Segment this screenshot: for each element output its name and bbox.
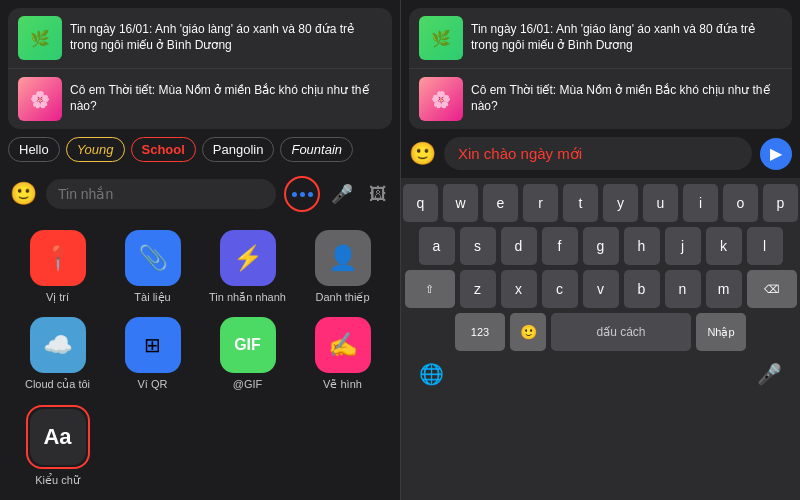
left-thumb-1: 🌿 xyxy=(18,16,62,60)
smiley-button[interactable]: 🙂 xyxy=(8,179,38,209)
key-t[interactable]: t xyxy=(563,184,598,222)
font-label: Kiểu chữ xyxy=(35,474,80,487)
aa-label: Aa xyxy=(43,424,71,450)
key-enter[interactable]: Nhập xyxy=(696,313,746,351)
send-button[interactable]: ▶ xyxy=(760,138,792,170)
draw-label: Vẽ hình xyxy=(323,378,362,391)
left-input-bar: 🙂 🎤 🖼 xyxy=(0,170,400,218)
keyboard-row-4: 123 🙂 dấu cách Nhập xyxy=(403,313,798,351)
right-thumb-1: 🌿 xyxy=(419,16,463,60)
keyboard-bottom-bar: 🌐 🎤 xyxy=(403,356,798,386)
pill-hello[interactable]: Hello xyxy=(8,137,60,162)
key-p[interactable]: p xyxy=(763,184,798,222)
left-news-item-2[interactable]: 🌸 Cô em Thời tiết: Mùa Nồm ở miền Bắc kh… xyxy=(8,69,392,129)
right-input-bar: 🙂 ▶ xyxy=(401,129,800,178)
key-a[interactable]: a xyxy=(419,227,455,265)
key-u[interactable]: u xyxy=(643,184,678,222)
app-contact[interactable]: 👤 Danh thiếp xyxy=(301,230,384,305)
app-location[interactable]: 📍 Vị trí xyxy=(16,230,99,305)
dot-1 xyxy=(292,192,297,197)
quickmsg-label: Tin nhắn nhanh xyxy=(209,291,286,304)
font-border: Aa xyxy=(26,405,90,469)
qr-icon: ⊞ xyxy=(125,317,181,373)
key-space[interactable]: dấu cách xyxy=(551,313,691,351)
pill-fountain[interactable]: Fountain xyxy=(280,137,353,162)
gif-label: @GIF xyxy=(233,378,263,390)
key-shift[interactable]: ⇧ xyxy=(405,270,455,308)
left-news-list: 🌿 Tin ngày 16/01: Anh 'giáo làng' áo xan… xyxy=(8,8,392,129)
dot-2 xyxy=(300,192,305,197)
keyboard-mic-icon[interactable]: 🎤 xyxy=(757,362,782,386)
right-smiley-button[interactable]: 🙂 xyxy=(409,141,436,167)
key-v[interactable]: v xyxy=(583,270,619,308)
right-message-input[interactable] xyxy=(444,137,752,170)
right-panel: 🌿 Tin ngày 16/01: Anh 'giáo làng' áo xan… xyxy=(400,0,800,500)
key-z[interactable]: z xyxy=(460,270,496,308)
key-e[interactable]: e xyxy=(483,184,518,222)
pill-young[interactable]: Young xyxy=(66,137,125,162)
key-s[interactable]: s xyxy=(460,227,496,265)
contact-icon: 👤 xyxy=(315,230,371,286)
key-j[interactable]: j xyxy=(665,227,701,265)
app-quickmsg[interactable]: ⚡ Tin nhắn nhanh xyxy=(206,230,289,305)
right-news-item-1[interactable]: 🌿 Tin ngày 16/01: Anh 'giáo làng' áo xan… xyxy=(409,8,792,69)
key-m[interactable]: m xyxy=(706,270,742,308)
key-l[interactable]: l xyxy=(747,227,783,265)
draw-icon: ✍️ xyxy=(315,317,371,373)
attachment-label: Tài liệu xyxy=(134,291,170,304)
pill-school[interactable]: School xyxy=(131,137,196,162)
key-o[interactable]: o xyxy=(723,184,758,222)
font-icon: Aa xyxy=(30,409,86,465)
key-q[interactable]: q xyxy=(403,184,438,222)
app-draw[interactable]: ✍️ Vẽ hình xyxy=(301,317,384,392)
qr-label: Ví QR xyxy=(138,378,168,390)
contact-label: Danh thiếp xyxy=(315,291,369,304)
font-pills-bar: Hello Young School Pangolin Fountain xyxy=(0,129,400,170)
right-news-text-1: Tin ngày 16/01: Anh 'giáo làng' áo xanh … xyxy=(471,22,782,53)
key-k[interactable]: k xyxy=(706,227,742,265)
cloud-label: Cloud của tôi xyxy=(25,378,90,391)
attachment-icon: 📎 xyxy=(125,230,181,286)
keyboard-row-3: ⇧ z x c v b n m ⌫ xyxy=(403,270,798,308)
key-d[interactable]: d xyxy=(501,227,537,265)
key-123[interactable]: 123 xyxy=(455,313,505,351)
key-w[interactable]: w xyxy=(443,184,478,222)
key-r[interactable]: r xyxy=(523,184,558,222)
gif-icon: GIF xyxy=(220,317,276,373)
key-y[interactable]: y xyxy=(603,184,638,222)
globe-icon[interactable]: 🌐 xyxy=(419,362,444,386)
app-qr[interactable]: ⊞ Ví QR xyxy=(111,317,194,392)
key-c[interactable]: c xyxy=(542,270,578,308)
dot-3 xyxy=(308,192,313,197)
key-i[interactable]: i xyxy=(683,184,718,222)
more-options-button[interactable] xyxy=(284,176,320,212)
left-news-text-1: Tin ngày 16/01: Anh 'giáo làng' áo xanh … xyxy=(70,22,382,53)
pill-pangolin[interactable]: Pangolin xyxy=(202,137,275,162)
app-font[interactable]: Aa Kiểu chữ xyxy=(16,405,99,488)
key-emoji[interactable]: 🙂 xyxy=(510,313,546,351)
key-g[interactable]: g xyxy=(583,227,619,265)
left-panel: 🌿 Tin ngày 16/01: Anh 'giáo làng' áo xan… xyxy=(0,0,400,500)
left-news-text-2: Cô em Thời tiết: Mùa Nồm ở miền Bắc khó … xyxy=(70,83,382,114)
location-icon: 📍 xyxy=(30,230,86,286)
key-x[interactable]: x xyxy=(501,270,537,308)
app-cloud[interactable]: ☁️ Cloud của tôi xyxy=(16,317,99,392)
cloud-icon: ☁️ xyxy=(30,317,86,373)
keyboard-row-1: q w e r t y u i o p xyxy=(403,184,798,222)
message-input[interactable] xyxy=(46,179,276,209)
app-gif[interactable]: GIF @GIF xyxy=(206,317,289,392)
key-n[interactable]: n xyxy=(665,270,701,308)
right-news-text-2: Cô em Thời tiết: Mùa Nồm ở miền Bắc khó … xyxy=(471,83,782,114)
location-label: Vị trí xyxy=(46,291,69,304)
key-delete[interactable]: ⌫ xyxy=(747,270,797,308)
app-attachment[interactable]: 📎 Tài liệu xyxy=(111,230,194,305)
key-b[interactable]: b xyxy=(624,270,660,308)
key-f[interactable]: f xyxy=(542,227,578,265)
right-news-item-2[interactable]: 🌸 Cô em Thời tiết: Mùa Nồm ở miền Bắc kh… xyxy=(409,69,792,129)
left-news-item-1[interactable]: 🌿 Tin ngày 16/01: Anh 'giáo làng' áo xan… xyxy=(8,8,392,69)
key-h[interactable]: h xyxy=(624,227,660,265)
image-button[interactable]: 🖼 xyxy=(364,180,392,208)
send-arrow-icon: ▶ xyxy=(770,144,782,163)
mic-button[interactable]: 🎤 xyxy=(328,180,356,208)
left-thumb-2: 🌸 xyxy=(18,77,62,121)
